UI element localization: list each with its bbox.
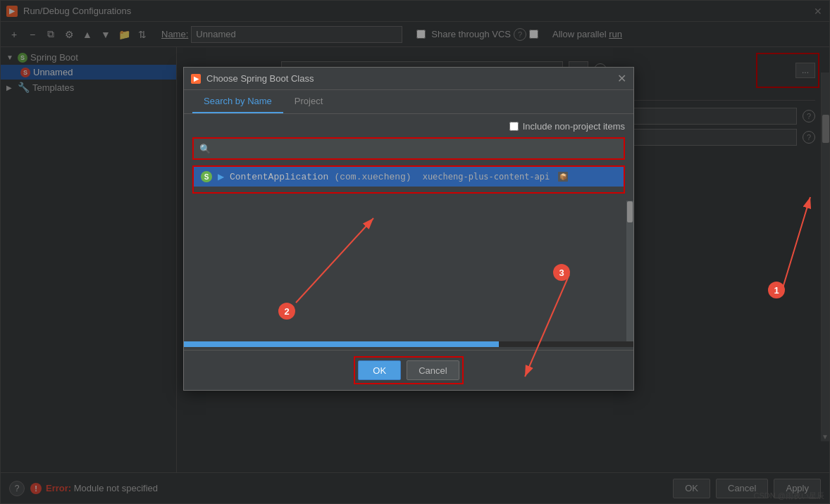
dialog-title: Choose Spring Boot Class <box>206 73 314 84</box>
dialog-progress-bar <box>184 341 633 347</box>
tab-project[interactable]: Project <box>283 90 334 113</box>
dialog-title-bar: ▶ Choose Spring Boot Class ✕ <box>184 68 633 90</box>
dialog-buttons: OK Cancel <box>184 350 633 390</box>
result-container: S ▶ ContentApplication (com.xuecheng) xu… <box>192 165 625 194</box>
include-non-project-label: Include non-project items <box>523 121 625 132</box>
search-field-wrapper: 🔍 <box>195 140 622 157</box>
result-item[interactable]: S ▶ ContentApplication (com.xuecheng) xu… <box>194 167 624 187</box>
dialog-icon: ▶ <box>191 74 201 84</box>
result-module-icon: 📦 <box>558 172 568 182</box>
search-input[interactable] <box>213 144 618 154</box>
dialog-progress-fill <box>184 341 499 347</box>
annotation-2: 2 <box>278 303 295 320</box>
tab-search-by-name[interactable]: Search by Name <box>192 90 283 113</box>
dialog-scrollbar-thumb <box>627 201 633 222</box>
dialog-buttons-highlight-box: OK Cancel <box>354 356 463 384</box>
result-item-spring-icon: S <box>201 171 212 182</box>
result-module-spacer: xuecheng-plus-content-api <box>423 172 550 182</box>
dialog-close-button[interactable]: ✕ <box>617 73 626 84</box>
dialog-tabs: Search by Name Project <box>184 90 633 114</box>
search-icon: 🔍 <box>199 144 211 154</box>
result-class-name: ContentApplication <box>230 172 328 182</box>
dialog-scrollbar[interactable] <box>626 201 633 341</box>
annotation-1: 1 <box>768 282 785 298</box>
dialog-cancel-button[interactable]: Cancel <box>407 360 459 380</box>
dialog-ok-button[interactable]: OK <box>358 360 401 380</box>
result-package: (com.xuecheng) <box>334 172 411 182</box>
result-arrow-icon: ▶ <box>218 172 224 182</box>
include-non-project-row: Include non-project items <box>192 121 625 132</box>
search-container: 🔍 <box>192 137 625 160</box>
dialog-overlay: ▶ Choose Spring Boot Class ✕ Search by N… <box>0 0 830 504</box>
annotation-3: 3 <box>553 264 570 281</box>
choose-spring-boot-class-dialog: ▶ Choose Spring Boot Class ✕ Search by N… <box>183 67 634 391</box>
dialog-content: Include non-project items 🔍 S ▶ ContentA… <box>184 114 633 201</box>
include-non-project-checkbox[interactable] <box>509 122 519 131</box>
